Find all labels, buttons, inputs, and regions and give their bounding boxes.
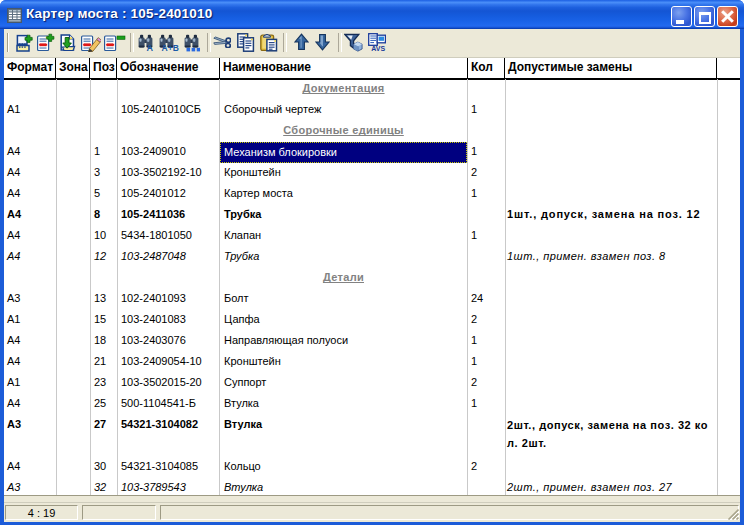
svg-text:A+B: A+B <box>162 43 179 52</box>
svg-text:A: A <box>147 43 154 52</box>
svg-text:AVS: AVS <box>371 45 385 52</box>
